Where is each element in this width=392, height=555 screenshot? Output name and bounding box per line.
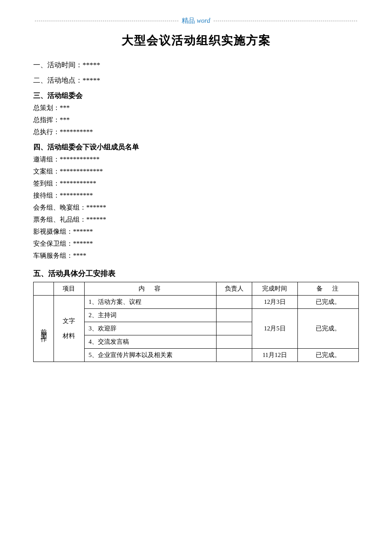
section-3-sub-2: 总指挥：*** [33, 116, 359, 125]
section-3-sub-1: 总策划：*** [33, 104, 359, 112]
header-brand: 精品 word [180, 17, 212, 25]
page-title: 大型会议活动组织实施方案 [33, 33, 359, 49]
section-4-sub-5: 会务组、晚宴组：****** [33, 203, 359, 212]
col-header-2: 内 容 [84, 282, 217, 296]
cell-responsible-3 [217, 322, 252, 335]
section-4-sub-7: 影视摄像组：****** [33, 227, 359, 236]
col-header-1: 项目 [54, 282, 85, 296]
section-3-sub-3: 总执行：********** [33, 128, 359, 137]
section-3: 三、活动组委会 [33, 91, 359, 100]
cell-deadline-5: 11月12日 [252, 349, 297, 362]
table-row-1: 前期工作 文字材料 1、活动方案、议程 12月3日 已完成。 [34, 296, 359, 309]
cell-content-1: 1、活动方案、议程 [84, 296, 217, 309]
header-brand-line: 精品 word [33, 17, 359, 25]
right-dashed-line [214, 21, 357, 21]
brand-word: word [197, 17, 210, 24]
section-4-sub-1: 邀请组：************ [33, 155, 359, 164]
cell-note-2-4: 已完成。 [298, 309, 359, 349]
cell-content-2: 2、主持词 [84, 309, 217, 322]
left-dashed-line [35, 21, 178, 21]
cell-deadline-2-4: 12月5日 [252, 309, 297, 349]
section-4-sub-9: 车辆服务组：**** [33, 252, 359, 260]
cell-category: 文字材料 [54, 296, 85, 362]
cell-responsible-2 [217, 309, 252, 322]
section-1: 一、活动时间：***** [33, 60, 359, 70]
section-4-sub-3: 签到组：*********** [33, 179, 359, 188]
cell-content-3: 3、欢迎辞 [84, 322, 217, 335]
cell-phase: 前期工作 [34, 296, 54, 362]
work-table: 项目 内 容 负责人 完成时间 备 注 前期工作 文字材料 1、活动方案、议程 … [33, 282, 359, 362]
cell-responsible-5 [217, 349, 252, 362]
section-2: 二、活动地点：***** [33, 76, 359, 85]
section-4-sub-6: 票务组、礼品组：****** [33, 215, 359, 224]
cell-content-4: 4、交流发言稿 [84, 335, 217, 349]
cell-note-1: 已完成。 [298, 296, 359, 309]
col-header-3: 负责人 [217, 282, 252, 296]
cell-note-5: 已完成。 [298, 349, 359, 362]
cell-content-5: 5、企业宣传片脚本以及相关素 [84, 349, 217, 362]
cell-deadline-1: 12月3日 [252, 296, 297, 309]
col-header-5: 备 注 [298, 282, 359, 296]
section-4-sub-2: 文案组：************* [33, 167, 359, 176]
section-4-sub-8: 安全保卫组：****** [33, 240, 359, 248]
cell-responsible-1 [217, 296, 252, 309]
section-4-sub-4: 接待组：********** [33, 191, 359, 200]
col-header-0 [34, 282, 54, 296]
brand-prefix: 精品 [182, 17, 195, 24]
section-4: 四、活动组委会下设小组成员名单 [33, 142, 359, 152]
cell-responsible-4 [217, 335, 252, 349]
table-section-title: 五、活动具体分工安排表 [33, 269, 359, 279]
table-header-row: 项目 内 容 负责人 完成时间 备 注 [34, 282, 359, 296]
col-header-4: 完成时间 [252, 282, 297, 296]
